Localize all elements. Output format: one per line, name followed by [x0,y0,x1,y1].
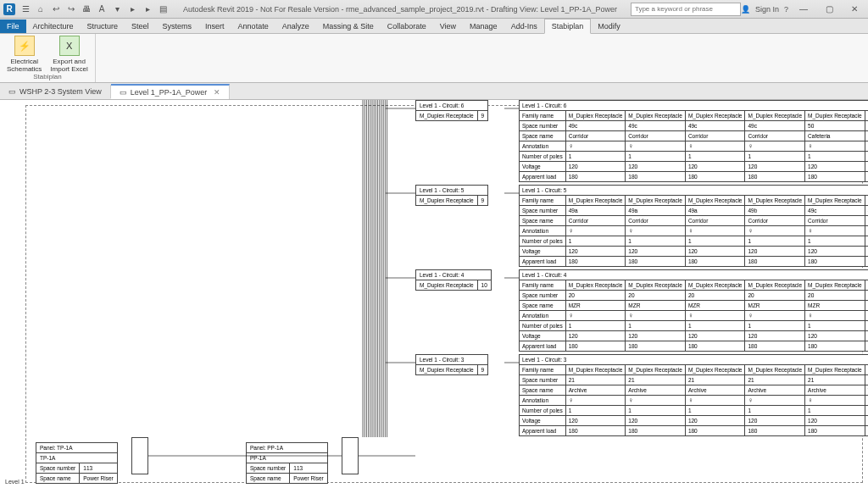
ribbon-tab-analyze[interactable]: Analyze [275,19,316,33]
receptacle-icon: ♀ [569,227,574,235]
titlebar-right: 👤 Sign In ? — ▢ ✕ [741,2,865,17]
receptacle-icon: ♀ [688,142,693,150]
schematics-icon: ⚡ [14,36,35,56]
circuit-mini-table: Level 1 - Circuit: 4M_Duplex Receptacle1… [415,269,492,291]
circuit-mini-table: Level 1 - Circuit: 3M_Duplex Receptacle9 [415,354,488,375]
receptacle-icon: ♀ [808,396,813,404]
qat-item[interactable]: ▾ [110,3,124,16]
panel-symbol-tp1a [131,437,148,474]
electrical-schematics-button[interactable]: ⚡ Electrical Schematics [7,36,42,73]
receptacle-icon: ♀ [748,227,753,235]
ribbon-tab-systems[interactable]: Systems [156,19,199,33]
view-icon: ▭ [120,88,127,97]
receptacle-icon: ♀ [569,396,574,404]
window-title: Autodesk Revit 2019 - Not For Resale Ver… [170,5,631,14]
receptacle-icon: ♀ [808,227,813,235]
qat-item[interactable]: ▸ [125,3,139,16]
search-input[interactable] [631,3,741,16]
receptacle-icon: ♀ [748,142,753,150]
app-logo: R [3,3,15,15]
receptacle-icon: ♀ [748,396,753,404]
circuit-schedule-table: Level 1 - Circuit: 5Family nameM_Duplex … [519,185,868,267]
receptacle-icon: ♀ [748,312,753,319]
ribbon-tab-stabiplan[interactable]: Stabiplan [544,19,592,34]
panel-symbol-pp1a [342,437,359,474]
maximize-button[interactable]: ▢ [819,2,839,17]
ribbon-group-stabiplan: ⚡ Electrical Schematics X Export and Imp… [0,34,96,82]
help-icon[interactable]: ? [784,5,788,14]
qat-item[interactable]: A [95,3,108,16]
ribbon-tab-architecture[interactable]: Architecture [26,19,81,33]
qat-item[interactable]: ⌂ [34,3,47,16]
receptacle-icon: ♀ [808,312,813,319]
ribbon-tab-structure[interactable]: Structure [81,19,125,33]
close-tab-icon[interactable]: ✕ [214,88,220,97]
minimize-button[interactable]: — [793,2,814,17]
receptacle-icon: ♀ [569,142,574,150]
excel-icon: X [59,36,80,56]
view-tabs: ▭WSHP 2-3 System View▭Level 1_PP-1A_Powe… [0,83,868,100]
ribbon-tab-insert[interactable]: Insert [198,19,231,33]
panel-table-pp1a: Panel: PP-1A PP-1A Space number113 Space… [246,442,328,484]
ribbon-tab-collaborate[interactable]: Collaborate [381,19,433,33]
ribbon-tab-modify[interactable]: Modify [591,19,627,33]
ribbon-tab-manage[interactable]: Manage [463,19,504,33]
qat-item[interactable]: ↪ [64,3,78,16]
ribbon-tab-view[interactable]: View [433,19,463,33]
title-bar: R ☰⌂↩↪🖶A▾▸▸▤ Autodesk Revit 2019 - Not F… [0,0,868,19]
circuit-mini-table: Level 1 - Circuit: 5M_Duplex Receptacle9 [415,185,488,206]
receptacle-icon: ♀ [688,396,693,404]
receptacle-icon: ♀ [688,227,693,235]
receptacle-icon: ♀ [628,396,633,404]
login-icon[interactable]: 👤 [741,5,750,14]
qat-item[interactable]: ☰ [19,3,32,16]
receptacle-icon: ♀ [808,142,813,150]
ribbon-tab-steel[interactable]: Steel [125,19,156,33]
panel-table-tp1a: Panel: TP-1A TP-1A Space number113 Space… [36,442,118,484]
circuit-mini-table: Level 1 - Circuit: 6M_Duplex Receptacle9 [415,100,488,121]
qat-item[interactable]: ▤ [156,3,170,16]
close-button[interactable]: ✕ [844,2,865,17]
receptacle-icon: ♀ [628,227,633,235]
ribbon-tab-add-ins[interactable]: Add-Ins [504,19,544,33]
circuit-schedule-table: Level 1 - Circuit: 6Family nameM_Duplex … [519,100,868,182]
qat-item[interactable]: ↩ [49,3,63,16]
quick-access-toolbar: ☰⌂↩↪🖶A▾▸▸▤ [19,3,170,16]
drafting-canvas[interactable]: ⬚ Level 1 Panel: TP-1A TP-1A Space numbe… [0,100,868,488]
receptacle-icon: ♀ [688,312,693,319]
view-icon: ▭ [8,87,16,96]
sign-in-link[interactable]: Sign In [755,5,779,14]
circuit-schedule-table: Level 1 - Circuit: 4Family nameM_Duplex … [519,269,868,352]
ribbon-group-label: Stabiplan [33,73,61,80]
qat-item[interactable]: 🖶 [80,3,93,16]
ribbon-panel: ⚡ Electrical Schematics X Export and Imp… [0,34,868,83]
ribbon-tab-annotate[interactable]: Annotate [231,19,275,33]
level-label: Level 1 [5,479,25,485]
view-tab[interactable]: ▭WSHP 2-3 System View [0,85,111,98]
circuit-schedule-table: Level 1 - Circuit: 3Family nameM_Duplex … [519,354,868,436]
ribbon-tabs: FileArchitectureStructureSteelSystemsIns… [0,19,868,34]
receptacle-icon: ♀ [628,312,633,319]
receptacle-icon: ♀ [569,312,574,319]
ribbon-tab-massing-site[interactable]: Massing & Site [316,19,381,33]
export-import-excel-button[interactable]: X Export and Import Excel [50,36,87,73]
receptacle-icon: ♀ [628,142,633,150]
ribbon-tab-file[interactable]: File [0,19,26,33]
view-tab[interactable]: ▭Level 1_PP-1A_Power✕ [111,84,231,99]
qat-item[interactable]: ▸ [141,3,154,16]
